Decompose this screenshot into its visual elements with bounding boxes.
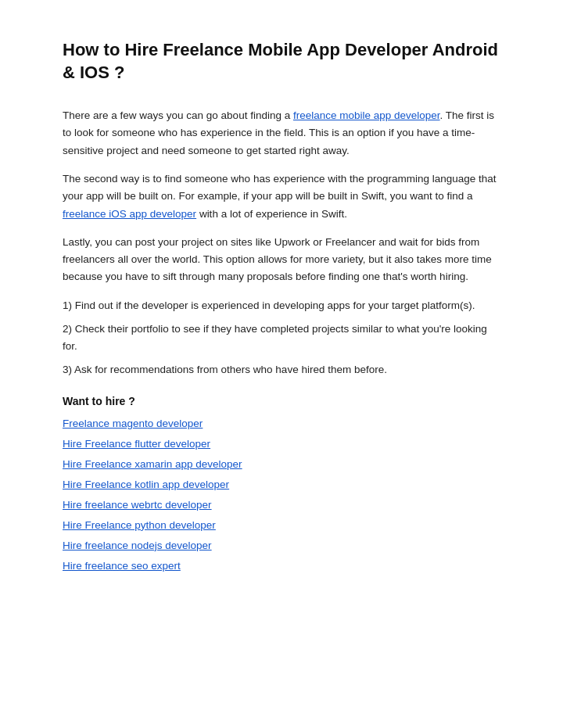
- p1-text-before: There are a few ways you can go about fi…: [63, 109, 293, 121]
- list-item: Hire Freelance xamarin app developer: [63, 457, 500, 470]
- link-freelance-magento-developer[interactable]: Freelance magento developer: [63, 418, 203, 429]
- list-item: Hire freelance webrtc developer: [63, 498, 500, 511]
- list-item: Hire freelance seo expert: [63, 559, 500, 572]
- paragraph-1: There are a few ways you can go about fi…: [63, 107, 500, 160]
- p2-text-before: The second way is to find someone who ha…: [63, 173, 497, 202]
- list-item-2: 2) Check their portfolio to see if they …: [63, 321, 500, 356]
- link-hire-freelance-python-developer[interactable]: Hire Freelance python developer: [63, 519, 216, 531]
- link-hire-freelance-seo-expert[interactable]: Hire freelance seo expert: [63, 560, 181, 572]
- link-hire-freelance-xamarin-app-developer[interactable]: Hire Freelance xamarin app developer: [63, 458, 242, 470]
- paragraph-3: Lastly, you can post your project on sit…: [63, 234, 500, 286]
- link-hire-freelance-nodejs-developer[interactable]: Hire freelance nodejs developer: [63, 540, 212, 551]
- list-item-1: 1) Find out if the developer is experien…: [63, 297, 500, 314]
- want-to-hire-heading: Want to hire ?: [63, 395, 500, 407]
- paragraph-2: The second way is to find someone who ha…: [63, 170, 500, 223]
- freelance-mobile-app-developer-link[interactable]: freelance mobile app developer: [293, 109, 440, 121]
- link-hire-freelance-kotlin-app-developer[interactable]: Hire Freelance kotlin app developer: [63, 479, 229, 490]
- list-item: Hire Freelance kotlin app developer: [63, 478, 500, 490]
- resource-link-list: Freelance magento developer Hire Freelan…: [63, 417, 500, 572]
- list-item-3: 3) Ask for recommendations from others w…: [63, 361, 500, 378]
- page-container: How to Hire Freelance Mobile App Develop…: [0, 0, 563, 728]
- content-body: There are a few ways you can go about fi…: [63, 107, 500, 571]
- list-item: Freelance magento developer: [63, 417, 500, 429]
- p2-text-after: with a lot of experience in Swift.: [196, 208, 347, 220]
- link-hire-freelance-webrtc-developer[interactable]: Hire freelance webrtc developer: [63, 499, 212, 511]
- list-item: Hire Freelance flutter developer: [63, 437, 500, 450]
- list-item: Hire Freelance python developer: [63, 518, 500, 531]
- list-item: Hire freelance nodejs developer: [63, 539, 500, 551]
- link-hire-freelance-flutter-developer[interactable]: Hire Freelance flutter developer: [63, 438, 210, 450]
- page-title: How to Hire Freelance Mobile App Develop…: [63, 39, 500, 84]
- freelance-ios-app-developer-link[interactable]: freelance iOS app developer: [63, 208, 196, 220]
